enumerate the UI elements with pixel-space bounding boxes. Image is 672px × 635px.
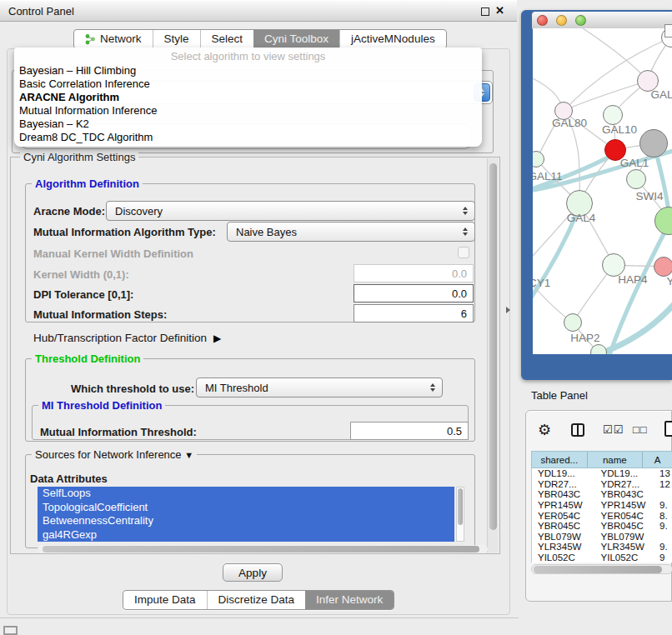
apply-button[interactable]: Apply bbox=[223, 563, 283, 582]
table-row[interactable]: YBR043C YBR043C bbox=[532, 489, 672, 500]
dpi-tolerance-field[interactable]: 0.0 bbox=[354, 284, 474, 302]
mi-threshold-group-title: MI Threshold Definition bbox=[38, 399, 165, 412]
expanded-arrow-icon[interactable]: ▼ bbox=[184, 450, 193, 460]
data-attributes-list[interactable]: SelfLoops TopologicalCoefficient Between… bbox=[38, 487, 454, 542]
table-row[interactable]: YLR345W YLR345W 9. bbox=[532, 542, 672, 552]
tab-select[interactable]: Select bbox=[200, 30, 254, 48]
document-icon[interactable] bbox=[664, 421, 672, 437]
network-node-hub[interactable] bbox=[639, 129, 668, 158]
cell: YBR045C bbox=[532, 521, 595, 531]
settings-scrollbar-thumb[interactable] bbox=[489, 163, 497, 530]
close-traffic-light[interactable] bbox=[537, 15, 548, 26]
tab-impute-data[interactable]: Impute Data bbox=[123, 591, 207, 609]
network-node-y[interactable] bbox=[654, 257, 672, 277]
which-threshold-label: Which threshold to use: bbox=[71, 382, 194, 395]
list-item[interactable]: gal4RGexp bbox=[38, 528, 454, 542]
tab-cyni-toolbox[interactable]: Cyni Toolbox bbox=[253, 30, 339, 48]
combo-arrows-icon bbox=[463, 207, 468, 215]
gear-icon[interactable]: ⚙ bbox=[538, 421, 551, 439]
column-header-clipped[interactable]: A bbox=[643, 452, 672, 468]
sources-group-title[interactable]: Sources for Network Inference ▼ bbox=[32, 448, 197, 461]
table-body: YDL19... YDL19... 13 YDR27... YDR27... 1… bbox=[531, 468, 672, 562]
popup-item[interactable]: Mutual Information Inference bbox=[14, 104, 482, 118]
table-row[interactable]: YBR045C YBR045C 9. bbox=[532, 521, 672, 532]
popup-item-selected[interactable]: ARACNE Algorithm bbox=[14, 91, 482, 104]
tab-jactivemnodules[interactable]: jActiveMNodules bbox=[339, 30, 446, 48]
aracne-mode-combobox[interactable]: Discovery bbox=[106, 201, 475, 221]
settings-vertical-scrollbar[interactable] bbox=[487, 158, 498, 552]
panel-title: Control Panel bbox=[8, 5, 74, 18]
list-item[interactable]: TopologicalCoefficient bbox=[38, 501, 454, 515]
network-node[interactable] bbox=[626, 169, 646, 189]
list-hscrollbar-thumb[interactable] bbox=[43, 546, 479, 552]
which-threshold-combobox[interactable]: MI Threshold bbox=[196, 378, 443, 398]
tab-style-label: Style bbox=[164, 30, 189, 48]
manual-kernel-checkbox[interactable] bbox=[458, 247, 469, 258]
popup-item[interactable]: Basic Correlation Inference bbox=[14, 78, 482, 91]
table-row[interactable]: YER054C YER054C 8. bbox=[532, 510, 672, 521]
table-row[interactable]: YDL19... YDL19... 13 bbox=[532, 468, 672, 479]
minimize-traffic-light[interactable] bbox=[556, 15, 567, 26]
list-scrollbar-thumb[interactable] bbox=[458, 488, 463, 525]
hub-definition-toggle[interactable]: Hub/Transcription Factor Definition ▶ bbox=[33, 332, 221, 344]
list-horizontal-scrollbar[interactable] bbox=[38, 545, 488, 553]
popup-item[interactable]: Bayesian – Hill Climbing bbox=[14, 64, 482, 78]
network-node-gal10[interactable] bbox=[603, 105, 623, 125]
cyni-settings-title: Cyni Algorithm Settings bbox=[20, 151, 138, 163]
tab-impute-data-label: Impute Data bbox=[134, 591, 196, 609]
collapsed-arrow-icon[interactable]: ▶ bbox=[213, 332, 221, 344]
table-horizontal-scrollbar[interactable] bbox=[531, 564, 672, 574]
list-item[interactable]: BetweennessCentrality bbox=[38, 514, 454, 528]
tab-select-label: Select bbox=[212, 30, 243, 48]
cell: 9. bbox=[658, 542, 672, 552]
network-canvas[interactable]: GAL80 GAL10 GAL1 GAL11 GAL4 SWI4 GCY1 HA… bbox=[533, 28, 672, 354]
show-columns-icon[interactable]: ☑☑ bbox=[603, 423, 624, 436]
column-header-name[interactable]: name bbox=[588, 452, 644, 468]
tab-network[interactable]: Network bbox=[74, 30, 153, 48]
list-item[interactable]: SelfLoops bbox=[38, 487, 454, 501]
column-header-shared-name[interactable]: shared... bbox=[532, 452, 588, 468]
cell: 9. bbox=[658, 500, 672, 510]
table-row[interactable]: YDR27... YDR27... 12 bbox=[532, 479, 672, 490]
mi-threshold-field[interactable]: 0.5 bbox=[350, 422, 469, 440]
kernel-width-value: 0.0 bbox=[452, 268, 467, 280]
zoom-traffic-light[interactable] bbox=[575, 15, 586, 26]
table-row[interactable]: YBL079W YBL079W bbox=[532, 532, 672, 542]
list-vertical-scrollbar[interactable] bbox=[456, 487, 464, 542]
network-window-titlebar[interactable] bbox=[532, 12, 672, 29]
popup-item[interactable]: Dream8 DC_TDC Algorithm bbox=[14, 131, 482, 144]
tab-infer-network-label: Infer Network bbox=[316, 591, 383, 609]
tab-infer-network[interactable]: Infer Network bbox=[305, 591, 394, 609]
tab-jactivemnodules-label: jActiveMNodules bbox=[351, 30, 435, 48]
control-panel-tabs: Network Style Select Cyni Toolbox jActiv… bbox=[73, 29, 447, 49]
tab-discretize-data[interactable]: Discretize Data bbox=[207, 591, 306, 609]
cell: YIL052C bbox=[595, 552, 659, 562]
table-hscrollbar-thumb[interactable] bbox=[534, 566, 662, 573]
tab-style[interactable]: Style bbox=[153, 30, 200, 48]
hub-definition-label: Hub/Transcription Factor Definition bbox=[33, 332, 207, 344]
splitter-arrow-icon[interactable] bbox=[506, 307, 510, 313]
network-node-hap2[interactable] bbox=[564, 313, 582, 332]
mi-type-combobox[interactable]: Naive Bayes bbox=[227, 222, 475, 242]
combo-arrows-icon bbox=[463, 228, 468, 236]
split-view-icon[interactable] bbox=[571, 423, 584, 437]
mi-steps-label: Mutual Information Steps: bbox=[33, 308, 167, 321]
hide-columns-icon[interactable]: □□ bbox=[633, 423, 648, 436]
mi-steps-field[interactable]: 6 bbox=[354, 304, 474, 322]
node-label-y-clipped: Y bbox=[664, 275, 672, 288]
cell: YBR043C bbox=[595, 489, 659, 499]
popup-item[interactable]: Bayesian – K2 bbox=[14, 118, 482, 131]
node-label-gal10: GAL10 bbox=[596, 123, 643, 136]
table-row[interactable]: YPR145W YPR145W 9. bbox=[532, 500, 672, 511]
birdseye-toggle[interactable] bbox=[664, 24, 672, 38]
mi-threshold-value: 0.5 bbox=[447, 425, 462, 438]
tab-cyni-toolbox-label: Cyni Toolbox bbox=[264, 30, 328, 48]
cell: YLR345W bbox=[532, 542, 595, 552]
control-panel-titlebar: Control Panel ✕ bbox=[0, 0, 517, 22]
table-row[interactable]: YIL052C YIL052C 9 bbox=[532, 552, 672, 562]
node-label-hap2: HAP2 bbox=[566, 332, 604, 344]
close-icon[interactable]: ✕ bbox=[495, 4, 504, 17]
cell: YPR145W bbox=[595, 500, 659, 510]
algorithm-dropdown-popup: Select algorithm to view settings Bayesi… bbox=[14, 48, 482, 147]
float-window-icon[interactable] bbox=[481, 8, 489, 16]
